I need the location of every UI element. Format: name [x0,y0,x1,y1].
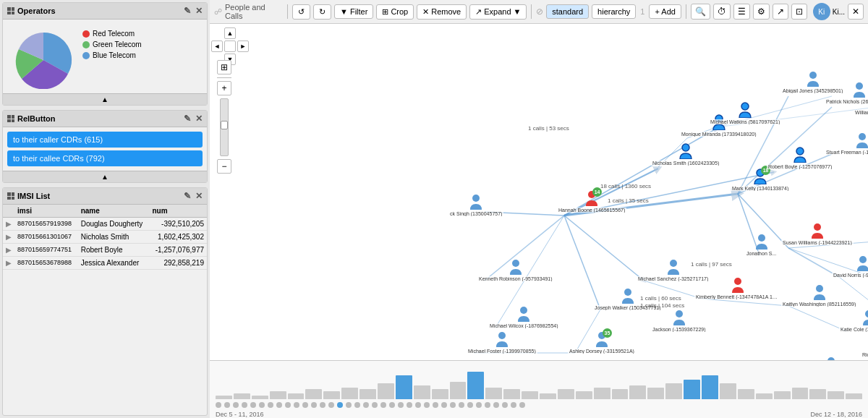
timeline-bar-29[interactable] [738,389,754,399]
timeline-bar-23[interactable] [629,385,646,399]
nav-left-btn[interactable]: ◄ [211,40,223,52]
timeline-bar-22[interactable] [612,389,629,399]
timeline-bar-34[interactable] [827,391,844,399]
operators-close-icon[interactable]: ✕ [195,6,203,16]
timeline-dot-14[interactable] [337,402,343,408]
relbutton-collapse-btn[interactable]: ▲ [3,171,207,182]
close-panel-btn[interactable]: ✕ [848,4,864,20]
zoom-thumb[interactable] [221,121,228,129]
imsi-col-num[interactable]: num [150,205,207,218]
timeline-dot-3[interactable] [242,402,247,408]
node-kenneth[interactable]: Kenneth Robinson (-957933491) [477,259,554,281]
row-expand-1[interactable]: ▶ [3,231,14,244]
node-ashley[interactable]: 35 Ashley Dorsey (-33159521A) [568,331,636,354]
timeline-dot-32[interactable] [493,402,499,408]
node-mark[interactable]: 18 Mark Kelly (1340133874) [731,169,790,191]
timeline-bar-26[interactable] [684,380,700,399]
timeline-bar-33[interactable] [809,389,826,399]
node-ck_singh[interactable]: ck Singh (1350045757) [448,194,503,216]
zoom-in-btn[interactable]: + [217,81,231,95]
timeline-bar-24[interactable] [647,388,664,399]
timeline-dot-29[interactable] [467,402,473,408]
imsi-table-row[interactable]: ▶ 887015659774751 Robert Boyle -1,257,07… [3,244,207,257]
imsi-col-name[interactable]: name [78,205,150,218]
remove-button[interactable]: ✕ Remove [417,4,467,20]
node-kimberly[interactable]: Kimberly Bennett (-1347478A1A 1054559683… [694,277,781,299]
timeline-dot-35[interactable] [519,402,525,408]
timeline-bar-19[interactable] [558,389,574,399]
timeline-dot-10[interactable] [302,402,308,408]
zoom-out-btn[interactable]: − [217,159,231,174]
timeline-dot-1[interactable] [224,402,230,408]
node-michael_f[interactable]: Michael Foster (-1399970855) [467,331,537,354]
operators-collapse-btn[interactable]: ▲ [3,93,207,105]
row-expand-3[interactable]: ▶ [3,257,14,270]
expand-button[interactable]: ↗ Expand ▼ [469,4,527,20]
table-icon-btn[interactable]: ☰ [733,4,750,20]
timeline-dot-17[interactable] [363,402,369,408]
node-michael_wil[interactable]: Michael Wilcox (-1876982554) [488,306,560,328]
timeline-bar-15[interactable] [485,388,502,399]
timeline-dot-25[interactable] [433,402,438,408]
imsi-table-row[interactable]: ▶ 887015661301067 Nicholas Smith 1,602,4… [3,231,207,244]
timeline-bar-11[interactable] [414,385,430,399]
timeline-dot-0[interactable] [216,402,221,408]
timeline-bar-7[interactable] [341,388,358,399]
imsi-col-imsi[interactable]: imsi [14,205,78,218]
node-susan[interactable]: Susan Williams (-1944223921) [781,223,854,245]
node-jackson[interactable]: Jackson (-1539367229) [651,310,707,332]
nav-right-btn[interactable]: ► [237,40,249,52]
timeline-dot-7[interactable] [276,402,282,408]
timeline-bar-6[interactable] [323,391,340,399]
timeline-dot-31[interactable] [485,402,490,408]
node-robert_b[interactable]: Robert Boyle (-1257076977) [767,147,833,169]
timeline-bar-35[interactable] [846,393,862,399]
node-hannah[interactable]: 14 Hannah Boone (1465615567) [557,190,626,213]
filter-button[interactable]: ▼ Filter [334,4,373,19]
timeline-dot-27[interactable] [450,402,456,408]
timeline-bar-12[interactable] [432,389,448,399]
timeline-bar-13[interactable] [450,382,467,399]
node-richard[interactable]: Richard Smith (-1393151190) [861,335,868,357]
timeline-dot-26[interactable] [441,402,447,408]
callee-cdrs-button[interactable]: to their callee CDRs (792) [7,150,203,166]
reload-button[interactable]: ↻ [313,4,331,20]
map-icon-btn[interactable]: ⊡ [791,4,807,20]
node-david[interactable]: David Norris (-957735110) [832,255,868,278]
standard-button[interactable]: standard [546,4,589,19]
timeline-dot-19[interactable] [380,402,386,408]
timeline-bar-10[interactable] [396,375,412,399]
timeline-bar-16[interactable] [503,389,520,399]
timeline-dot-13[interactable] [328,402,334,408]
timeline-bar-31[interactable] [774,391,791,399]
timeline-bar-20[interactable] [576,391,592,399]
timeline-dot-30[interactable] [476,402,482,408]
timeline-bar-9[interactable] [378,383,394,399]
relbutton-edit-icon[interactable]: ✎ [184,114,191,124]
timeline-dot-12[interactable] [320,402,326,408]
settings-icon-btn[interactable]: ⚙ [753,4,770,20]
timeline-dot-11[interactable] [311,402,317,408]
nav-up-btn[interactable]: ▲ [224,27,236,39]
hierarchy-button[interactable]: hierarchy [592,4,636,19]
timeline-dot-4[interactable] [250,402,256,408]
timeline-bar-8[interactable] [359,389,376,399]
timeline-dot-21[interactable] [398,402,404,408]
timeline-bar-4[interactable] [288,393,305,399]
timeline-bar-3[interactable] [270,391,286,399]
clock-icon-btn[interactable]: ⏱ [713,4,731,20]
nav-center-btn[interactable] [224,40,236,52]
node-michael_w[interactable]: Michael Watkins (5817097621) [709,102,781,124]
node-nicholas[interactable]: Nicholas Smith (1602423305) [651,143,720,166]
timeline-dot-16[interactable] [354,402,360,408]
timeline-dot-24[interactable] [424,402,430,408]
zoom-slider[interactable] [220,98,229,156]
imsi-table-row[interactable]: ▶ 887015657919398 Douglas Dougherty -392… [3,218,207,231]
add-button[interactable]: + Add [649,4,681,19]
timeline-dot-8[interactable] [285,402,291,408]
timeline-dot-33[interactable] [502,402,508,408]
timeline-bar-14[interactable] [467,372,484,399]
timeline-dot-20[interactable] [389,402,395,408]
timeline-dot-23[interactable] [415,402,421,408]
timeline-dot-28[interactable] [459,402,464,408]
